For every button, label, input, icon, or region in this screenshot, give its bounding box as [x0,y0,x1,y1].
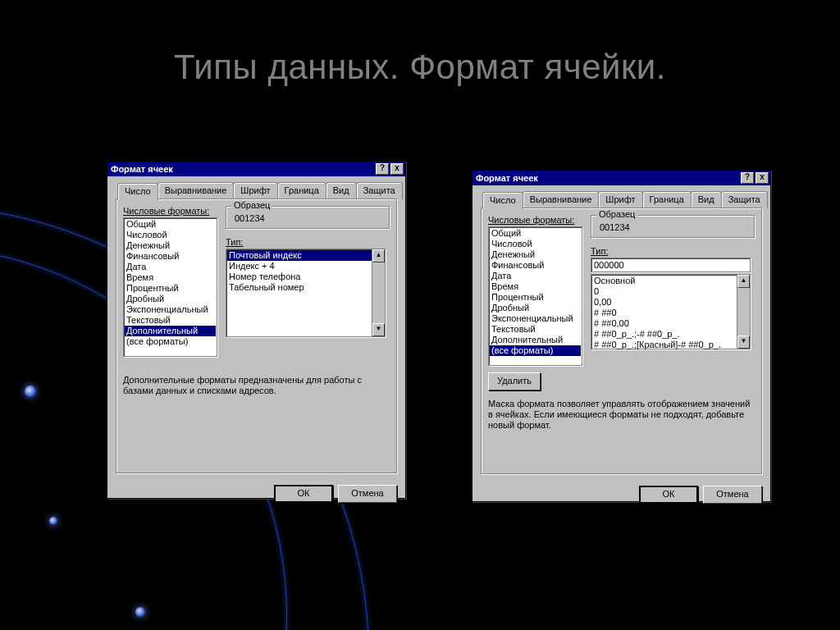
format-cells-dialog-left: Формат ячеек ? x Число Выравнивание Шриф… [107,161,406,499]
tab-view[interactable]: Вид [326,182,357,199]
decorative-dot [135,607,145,617]
ok-button[interactable]: ОК [639,486,698,504]
tab-panel: Числовые форматы: ОбщийЧисловойДенежныйФ… [481,208,762,474]
list-item[interactable]: Процентный [490,292,581,303]
list-item[interactable]: # ##0 [592,308,749,318]
sample-value: 001234 [596,221,749,234]
list-item[interactable]: # ##0_р_.;[Красный]-# ##0_р_. [592,340,749,350]
scroll-down-icon[interactable]: ▼ [737,336,750,349]
list-item[interactable]: Дополнительный [125,326,216,336]
list-item[interactable]: Время [125,272,216,283]
delete-button[interactable]: Удалить [488,372,541,390]
sample-value: 001234 [231,212,384,225]
close-button[interactable]: x [390,163,404,175]
list-item[interactable]: Дата [490,271,581,281]
tab-border[interactable]: Граница [277,182,326,199]
list-item[interactable]: 0 [592,286,749,297]
formats-listbox[interactable]: ОбщийЧисловойДенежныйФинансовыйДатаВремя… [488,226,582,366]
help-button[interactable]: ? [376,163,389,175]
list-item[interactable]: Номер телефона [227,272,384,282]
cancel-button[interactable]: Отмена [703,486,762,504]
tab-panel: Числовые форматы: ОбщийЧисловойДенежныйФ… [116,199,397,473]
list-item[interactable]: (все форматы) [490,345,581,356]
list-item[interactable]: Числовой [490,239,581,249]
formats-label: Числовые форматы: [488,215,582,225]
titlebar[interactable]: Формат ячеек ? x [472,171,770,185]
description-text: Маска формата позволяет управлять отобра… [488,399,755,431]
cancel-button[interactable]: Отмена [338,485,397,503]
tab-font[interactable]: Шрифт [598,191,642,208]
formats-listbox[interactable]: ОбщийЧисловойДенежныйФинансовыйДатаВремя… [123,217,217,357]
type-input[interactable]: 000000 [591,258,751,272]
sample-group-label: Образец [231,200,272,210]
list-item[interactable]: Индекс + 4 [227,261,384,272]
tab-number[interactable]: Число [117,183,158,200]
list-item[interactable]: Экспоненциальный [490,313,581,324]
list-item[interactable]: (все форматы) [125,336,216,347]
tabs: Число Выравнивание Шрифт Граница Вид Защ… [116,181,397,199]
decorative-dot [25,386,36,397]
close-button[interactable]: x [756,172,769,184]
scroll-up-icon[interactable]: ▲ [372,249,385,262]
tab-font[interactable]: Шрифт [233,182,277,199]
list-item[interactable]: Дополнительный [490,335,581,345]
list-item[interactable]: Время [490,281,581,292]
tab-alignment[interactable]: Выравнивание [523,191,600,208]
description-text: Дополнительные форматы предназначены для… [123,375,390,396]
type-label: Тип: [226,237,390,247]
list-item[interactable]: # ##0_р_.;-# ##0_р_. [592,329,749,340]
slide-title: Типы данных. Формат ячейки. [0,48,840,87]
tab-protection[interactable]: Защита [356,182,403,199]
list-item[interactable]: Текстовый [125,315,216,326]
decorative-dot [49,517,57,525]
type-label: Тип: [591,246,755,256]
type-listbox[interactable]: Почтовый индексИндекс + 4Номер телефонаТ… [226,249,386,337]
sample-group-label: Образец [596,209,637,219]
tab-alignment[interactable]: Выравнивание [158,182,235,199]
list-item[interactable]: Финансовый [125,251,216,262]
list-item[interactable]: Процентный [125,283,216,294]
tab-border[interactable]: Граница [642,191,692,208]
list-item[interactable]: Основной [592,276,749,286]
ok-button[interactable]: ОК [274,485,333,503]
tab-number[interactable]: Число [482,192,523,209]
tab-view[interactable]: Вид [691,191,722,208]
list-item[interactable]: Денежный [125,240,216,251]
list-item[interactable]: Общий [490,228,581,239]
tabs: Число Выравнивание Шрифт Граница Вид Защ… [481,190,762,208]
list-item[interactable]: Дата [125,262,216,272]
list-item[interactable]: Денежный [490,249,581,260]
tab-protection[interactable]: Защита [721,191,768,208]
list-item[interactable]: 0,00 [592,297,749,308]
list-item[interactable]: Почтовый индекс [227,250,384,261]
list-item[interactable]: Табельный номер [227,282,384,293]
titlebar[interactable]: Формат ячеек ? x [107,162,405,176]
window-title: Формат ячеек [111,164,173,174]
list-item[interactable]: Дробный [125,294,216,304]
list-item[interactable]: Общий [125,219,216,230]
format-cells-dialog-right: Формат ячеек ? x Число Выравнивание Шриф… [472,170,771,502]
formats-label: Числовые форматы: [123,206,217,216]
list-item[interactable]: Экспоненциальный [125,304,216,315]
list-item[interactable]: Числовой [125,230,216,240]
list-item[interactable]: Финансовый [490,260,581,271]
scrollbar[interactable]: ▲ ▼ [372,249,385,336]
type-listbox[interactable]: Основной00,00# ##0# ##0,00# ##0_р_.;-# #… [591,274,751,349]
help-button[interactable]: ? [741,172,754,184]
window-title: Формат ячеек [476,173,538,183]
scroll-up-icon[interactable]: ▲ [737,275,750,288]
list-item[interactable]: # ##0,00 [592,318,749,329]
scroll-down-icon[interactable]: ▼ [372,323,385,336]
scrollbar[interactable]: ▲ ▼ [737,275,750,349]
list-item[interactable]: Дробный [490,303,581,313]
list-item[interactable]: Текстовый [490,324,581,335]
